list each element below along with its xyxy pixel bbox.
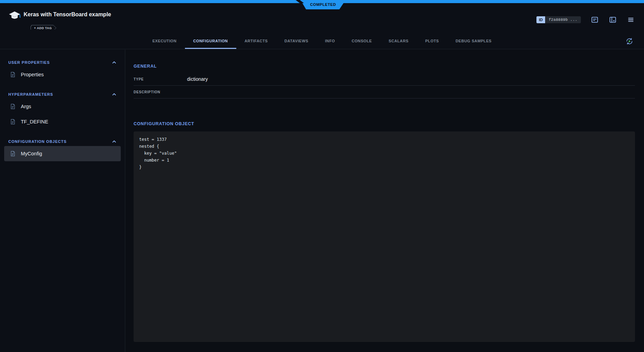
section-header-user-properties: USER PROPERTIES	[8, 58, 117, 67]
tab-debug-samples[interactable]: DEBUG SAMPLES	[447, 29, 500, 49]
tab-artifacts[interactable]: ARTIFACTS	[236, 29, 276, 49]
tab-scalars[interactable]: SCALARS	[380, 29, 417, 49]
sidebar-item-label: Args	[21, 104, 31, 109]
configuration-object-viewer[interactable]: test = 1337 nested { key = "value" numbe…	[134, 131, 635, 342]
tab-configuration[interactable]: CONFIGURATION	[185, 29, 236, 49]
row-value: dictionary	[187, 76, 208, 82]
tab-info[interactable]: INFO	[317, 29, 344, 49]
comment-icon[interactable]	[591, 16, 599, 24]
section-header-configuration-objects: CONFIGURATION OBJECTS	[8, 137, 117, 146]
details-panel-icon[interactable]	[609, 16, 617, 24]
config-row-description: DESCRIPTION	[134, 86, 635, 98]
sidebar-item-label: MyConfig	[21, 151, 42, 156]
document-icon	[10, 71, 16, 78]
sidebar-item-label: TF_DEFINE	[21, 119, 48, 125]
auto-refresh-icon[interactable]	[625, 37, 634, 45]
experiment-title: Keras with TensorBoard example	[24, 11, 111, 18]
document-icon	[10, 151, 16, 157]
document-icon	[10, 103, 16, 110]
chevron-up-icon[interactable]	[112, 60, 117, 65]
chevron-up-icon[interactable]	[112, 92, 117, 97]
sidebar-item-tf-define[interactable]: TF_DEFINE	[4, 114, 121, 129]
sidebar-item-label: Properties	[21, 72, 44, 77]
configuration-object-code: test = 1337 nested { key = "value" numbe…	[139, 136, 629, 171]
experiment-tabbar: EXECUTION CONFIGURATION ARTIFACTS DATAVI…	[0, 29, 644, 49]
configuration-panel: GENERAL TYPE dictionary DESCRIPTION CONF…	[125, 50, 644, 352]
experiment-id-chip[interactable]: ID f2a8889b ...	[536, 16, 581, 23]
id-badge: ID	[536, 16, 545, 23]
status-badge: COMPLETED	[294, 0, 353, 9]
row-label: DESCRIPTION	[134, 90, 187, 94]
document-icon	[10, 119, 16, 125]
sidebar-item-myconfig[interactable]: MyConfig	[4, 146, 121, 161]
row-label: TYPE	[134, 77, 187, 81]
sidebar-item-args[interactable]: Args	[4, 99, 121, 114]
tab-console[interactable]: CONSOLE	[343, 29, 380, 49]
tab-execution[interactable]: EXECUTION	[144, 29, 185, 49]
tab-dataviews[interactable]: DATAVIEWS	[276, 29, 317, 49]
experiment-logo-icon	[8, 10, 21, 22]
configuration-object-title: CONFIGURATION OBJECT	[134, 121, 635, 126]
tab-plots[interactable]: PLOTS	[417, 29, 447, 49]
chevron-up-icon[interactable]	[112, 139, 117, 144]
id-value: f2a8889b ...	[545, 16, 581, 23]
status-ribbon: COMPLETED	[294, 0, 353, 9]
config-row-type: TYPE dictionary	[134, 73, 635, 86]
parameters-sidebar: USER PROPERTIES Properties HYPERPARAMETE…	[0, 50, 125, 352]
sidebar-item-properties[interactable]: Properties	[4, 67, 121, 82]
menu-icon[interactable]	[627, 16, 635, 24]
section-header-hyperparameters: HYPERPARAMETERS	[8, 90, 117, 99]
general-section-title: GENERAL	[134, 64, 635, 69]
